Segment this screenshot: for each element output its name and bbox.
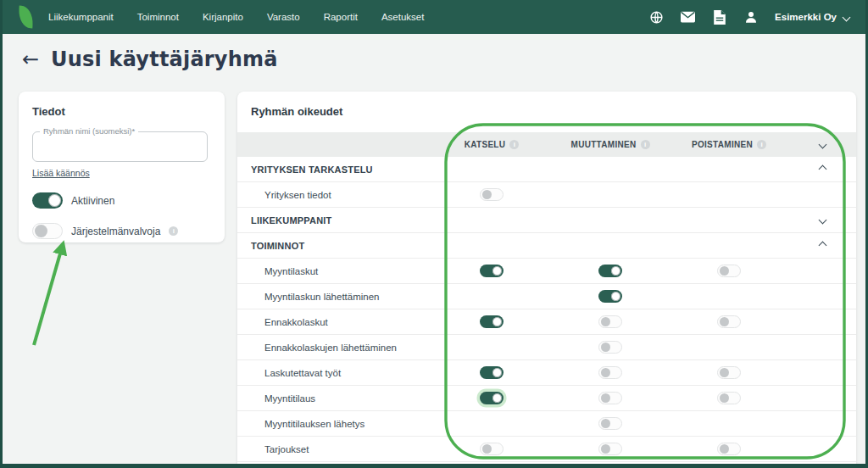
cell-katselu xyxy=(432,188,551,201)
row-label: Myyntitilauksen lähetys xyxy=(237,419,432,429)
main-menu: LiikekumppanitToiminnotKirjanpitoVarasto… xyxy=(48,12,424,22)
section-row-yrityksen-tarkastelu[interactable]: YRITYKSEN TARKASTELU xyxy=(237,157,856,182)
chevron-down-icon xyxy=(818,216,826,225)
window-border xyxy=(0,0,3,468)
cell-poistaminen xyxy=(670,392,788,404)
toggle-off[interactable] xyxy=(32,223,63,239)
cell-muuttaminen xyxy=(551,366,670,379)
permission-row-tarjoukset: Tarjoukset xyxy=(237,437,856,462)
section-collapse-button[interactable] xyxy=(788,242,856,248)
file-icon[interactable] xyxy=(712,10,726,25)
toggle-on[interactable] xyxy=(598,265,622,277)
tiedot-card: Tiedot Ryhmän nimi (suomeksi)* Lisää kää… xyxy=(19,92,225,242)
cell-katselu xyxy=(432,366,551,379)
tiedot-card-title: Tiedot xyxy=(32,105,211,118)
toggle-off[interactable] xyxy=(717,443,741,455)
toggle-on[interactable] xyxy=(32,192,63,209)
nav-item-toiminnot[interactable]: Toiminnot xyxy=(137,12,179,22)
toggle-off[interactable] xyxy=(717,315,741,328)
chevron-up-icon xyxy=(818,165,826,174)
toggle-on[interactable] xyxy=(480,392,504,404)
row-label: Tarjoukset xyxy=(237,444,432,454)
nav-item-raportit[interactable]: Raportit xyxy=(324,12,358,22)
toggle-off[interactable] xyxy=(480,188,504,201)
cell-muuttaminen xyxy=(551,290,670,303)
toggle-off[interactable] xyxy=(598,417,622,430)
cell-muuttaminen xyxy=(551,443,670,455)
toggle-off[interactable] xyxy=(598,315,622,328)
company-selector[interactable]: Esimerkki Oy xyxy=(775,12,849,22)
back-button[interactable]: ← xyxy=(22,49,39,70)
cell-muuttaminen xyxy=(551,315,670,328)
toggle-off[interactable] xyxy=(598,392,622,404)
info-icon[interactable]: i xyxy=(757,140,766,149)
cell-muuttaminen xyxy=(551,341,670,354)
app-logo-leaf-icon[interactable] xyxy=(18,6,33,29)
toggle-label: Aktiivinen xyxy=(71,195,114,207)
row-label: YRITYKSEN TARKASTELU xyxy=(237,164,432,175)
mail-icon[interactable] xyxy=(681,10,695,25)
chevron-down-icon xyxy=(818,141,826,149)
row-label: Ennakkolaskujen lähettäminen xyxy=(237,343,432,353)
collapse-all-button[interactable] xyxy=(788,142,856,148)
cell-poistaminen xyxy=(670,315,788,328)
permission-row-myyntilaskun-l-hett-minen: Myyntilaskun lähettäminen xyxy=(237,284,856,309)
toggle-on[interactable] xyxy=(480,265,504,277)
info-icon[interactable]: i xyxy=(169,226,178,236)
toggle-on[interactable] xyxy=(598,290,622,303)
row-label: Ennakkolaskut xyxy=(237,317,432,327)
permission-row-myyntitilaus: Myyntitilaus xyxy=(237,386,856,411)
cell-katselu xyxy=(432,265,551,277)
toggle-row-aktiivinen: Aktiivinen xyxy=(32,192,211,209)
cell-muuttaminen xyxy=(551,392,670,404)
toggle-on[interactable] xyxy=(480,366,504,379)
nav-item-asetukset[interactable]: Asetukset xyxy=(381,12,425,22)
annotation-arrow xyxy=(34,248,62,345)
toggle-row-j-rjestelm-nvalvoja: Järjestelmänvalvojai xyxy=(32,223,211,239)
cell-poistaminen xyxy=(670,443,788,455)
info-icon[interactable]: i xyxy=(641,140,650,149)
section-row-toiminnot[interactable]: TOIMINNOT xyxy=(237,233,856,259)
window-border xyxy=(0,464,868,468)
cell-muuttaminen xyxy=(551,417,670,430)
globe-icon[interactable] xyxy=(649,10,664,25)
toggle-label: Järjestelmänvalvoja xyxy=(71,226,160,237)
row-label: Yrityksen tiedot xyxy=(237,190,432,200)
toggle-off[interactable] xyxy=(717,392,741,404)
cell-muuttaminen xyxy=(551,265,670,277)
section-row-liikekumppanit[interactable]: LIIKEKUMPPANIT xyxy=(237,208,856,233)
cell-poistaminen xyxy=(670,265,788,277)
row-label: TOIMINNOT xyxy=(237,241,432,251)
cell-katselu xyxy=(432,392,551,404)
row-label: Myyntilaskut xyxy=(237,266,432,276)
permissions-card-title: Ryhmän oikeudet xyxy=(237,105,856,118)
toggle-off[interactable] xyxy=(480,443,504,455)
toggle-off[interactable] xyxy=(598,341,622,354)
toggle-off[interactable] xyxy=(717,366,741,379)
info-icon[interactable]: i xyxy=(509,140,519,149)
section-collapse-button[interactable] xyxy=(788,217,856,223)
nav-item-liikekumppanit[interactable]: Liikekumppanit xyxy=(48,12,114,22)
add-translation-link[interactable]: Lisää käännös xyxy=(32,168,90,178)
toggle-off[interactable] xyxy=(598,443,622,455)
column-header-poistaminen: POISTAMINEN xyxy=(692,140,753,149)
column-header-muuttaminen: MUUTTAMINEN xyxy=(571,140,637,149)
cell-katselu xyxy=(432,443,551,455)
toggle-off[interactable] xyxy=(717,265,741,277)
toggle-on[interactable] xyxy=(480,315,504,328)
nav-item-kirjanpito[interactable]: Kirjanpito xyxy=(203,12,243,22)
cell-poistaminen xyxy=(670,366,788,379)
section-collapse-button[interactable] xyxy=(788,166,856,172)
chevron-down-icon xyxy=(843,13,851,21)
permission-row-myyntilaskut: Myyntilaskut xyxy=(237,259,856,284)
row-label: Myyntitilaus xyxy=(237,393,432,404)
group-name-input[interactable] xyxy=(33,132,207,161)
permission-row-ennakkolaskujen-l-hett-minen: Ennakkolaskujen lähettäminen xyxy=(237,335,856,360)
user-icon[interactable] xyxy=(743,10,758,25)
permissions-table-header: KATSELU i MUUTTAMINEN i POISTAMINEN i xyxy=(237,132,856,157)
permission-row-myyntitilauksen-l-hetys: Myyntitilauksen lähetys xyxy=(237,411,856,437)
cell-katselu xyxy=(432,315,551,328)
toggle-off[interactable] xyxy=(598,366,622,379)
top-nav: LiikekumppanitToiminnotKirjanpitoVarasto… xyxy=(0,0,868,34)
nav-item-varasto[interactable]: Varasto xyxy=(267,12,300,22)
